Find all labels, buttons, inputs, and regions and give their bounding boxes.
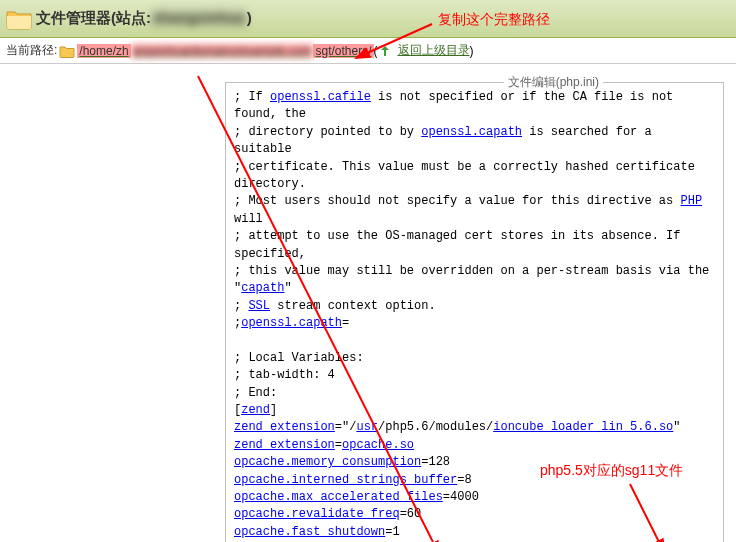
up-arrow-icon <box>378 44 392 58</box>
up-directory-link[interactable]: 返回上级目录 <box>398 42 470 59</box>
header-title: 文件管理器(站点:zhangxinhua) <box>36 9 252 28</box>
path-bar: 当前路径: /home/zhangxinhua/domains/example.… <box>0 38 736 64</box>
folder-small-icon <box>59 44 75 58</box>
annotation-bottom: php5.5对应的sg11文件 <box>540 462 683 480</box>
folder-icon <box>6 8 32 30</box>
content-area: 文件编辑(php.ini) ; If openssl.cafile is not… <box>0 64 736 542</box>
current-path[interactable]: /home/zhangxinhua/domains/example.comsgt… <box>77 44 373 58</box>
paren-close: ) <box>470 44 474 58</box>
header-bar: 文件管理器(站点:zhangxinhua) <box>0 0 736 38</box>
editor-legend: 文件编辑(php.ini) <box>504 74 603 91</box>
path-label: 当前路径: <box>6 42 57 59</box>
annotation-top: 复制这个完整路径 <box>438 11 550 29</box>
